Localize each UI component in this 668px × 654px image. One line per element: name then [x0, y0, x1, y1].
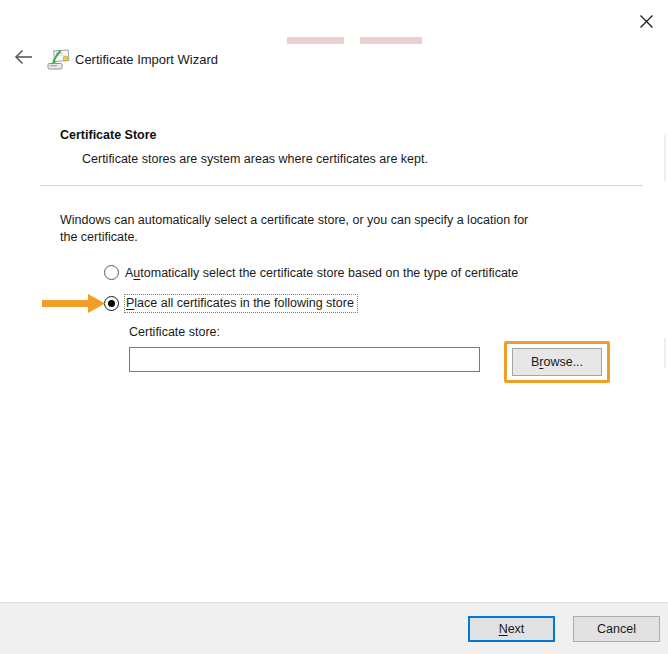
back-arrow-icon — [13, 49, 34, 65]
intro-paragraph: Windows can automatically select a certi… — [60, 212, 640, 246]
label-text: owse... — [543, 355, 583, 369]
certificate-store-label: Certificate store: — [129, 325, 220, 339]
cancel-button[interactable]: Cancel — [573, 616, 660, 642]
close-button[interactable] — [634, 10, 658, 32]
label-text: tomatically select the certificate store… — [140, 266, 518, 280]
section-heading: Certificate Store — [60, 128, 157, 142]
intro-line-2: the certificate. — [60, 229, 640, 246]
footer-bar: Next Cancel — [0, 602, 668, 654]
radio-place-all-certificates-label: Place all certificates in the following … — [124, 294, 358, 313]
label-text: lace all certificates in the following s… — [134, 296, 354, 310]
edge-artifact — [664, 135, 666, 181]
separator-line — [40, 185, 643, 186]
radio-automatically-select[interactable]: Automatically select the certificate sto… — [104, 265, 518, 280]
window-title: Certificate Import Wizard — [75, 52, 218, 67]
radio-circle-selected[interactable] — [104, 296, 119, 311]
next-button[interactable]: Next — [468, 616, 555, 642]
certificate-import-icon — [46, 47, 71, 72]
intro-line-1: Windows can automatically select a certi… — [60, 212, 640, 229]
back-button[interactable] — [10, 46, 36, 68]
edge-artifact — [664, 338, 666, 368]
orange-arrow-annotation — [42, 293, 106, 314]
label-text: ext — [508, 622, 525, 636]
close-icon — [639, 14, 654, 29]
radio-automatically-select-label: Automatically select the certificate sto… — [125, 266, 518, 280]
accelerator-letter: N — [499, 622, 508, 636]
section-subheading: Certificate stores are system areas wher… — [82, 152, 428, 166]
redaction-artifact — [287, 37, 344, 44]
radio-circle-unselected[interactable] — [104, 265, 119, 280]
radio-place-all-certificates[interactable]: Place all certificates in the following … — [104, 294, 358, 313]
redaction-artifact — [360, 37, 422, 44]
certificate-store-input[interactable] — [129, 347, 480, 372]
label-text: Cancel — [597, 622, 636, 636]
browse-button[interactable]: Browse... — [512, 348, 602, 376]
